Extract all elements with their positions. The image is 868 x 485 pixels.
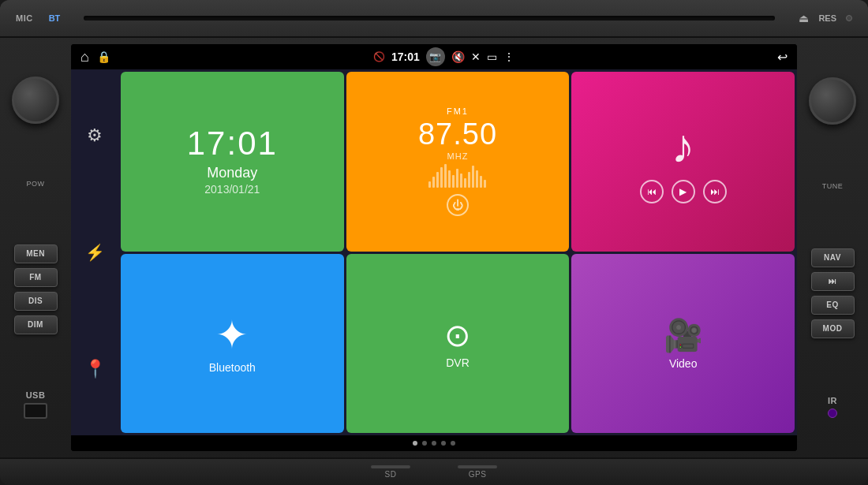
more-icon[interactable]: ⋮: [503, 50, 514, 63]
radio-frequency: 87.50: [418, 118, 497, 151]
sd-button-bar: [371, 465, 410, 468]
cd-slot[interactable]: [84, 16, 775, 21]
usb-label: USB: [26, 390, 46, 400]
play-button[interactable]: ▶: [672, 180, 695, 203]
dot-5[interactable]: [451, 441, 455, 446]
men-button[interactable]: MEN: [14, 244, 58, 263]
left-buttons: MEN FM DIS DIM: [14, 244, 58, 334]
volume-knob[interactable]: [12, 76, 59, 124]
right-panel: TUNE NAV ⏭ EQ MOD IR: [797, 44, 868, 451]
music-note-icon: ♪: [672, 119, 695, 173]
dot-1[interactable]: [413, 441, 417, 446]
status-right: ↩: [777, 50, 788, 65]
video-camera-icon: 🎥: [664, 317, 703, 354]
ir-label: IR: [828, 396, 837, 405]
mic-label: MIC: [16, 13, 33, 23]
status-left: ⌂ 🔒: [80, 49, 110, 65]
status-bar: ⌂ 🔒 🚫 17:01 📷 🔇 ✕ ▭ ⋮ ↩: [71, 44, 797, 69]
res-dot: [846, 15, 852, 21]
dot-4[interactable]: [441, 441, 446, 446]
nav-button[interactable]: NAV: [811, 248, 855, 267]
mod-button[interactable]: MOD: [811, 319, 855, 338]
clock-day: Monday: [207, 165, 257, 181]
sd-label: SD: [385, 470, 397, 479]
car-unit: MIC BT ⏏ RES POW MEN FM DIS: [0, 0, 868, 485]
dot-3[interactable]: [432, 441, 436, 446]
dvr-tile[interactable]: ⊙ DVR: [346, 254, 570, 434]
app-grid: 17:01 Monday 2013/01/21 FM1 87.50 MHZ: [118, 69, 797, 435]
radio-power-icon[interactable]: ⏻: [447, 194, 469, 216]
gps-button[interactable]: GPS: [458, 465, 497, 479]
status-time: 17:01: [391, 50, 420, 63]
tune-label: TUNE: [822, 182, 844, 190]
left-panel: POW MEN FM DIS DIM USB: [0, 44, 71, 451]
bluetooth-tile[interactable]: ✦ Bluetooth: [121, 254, 344, 434]
radio-band: FM1: [447, 106, 469, 116]
radio-unit: MHZ: [447, 151, 469, 161]
status-center: 🚫 17:01 📷 🔇 ✕ ▭ ⋮: [373, 47, 514, 66]
sliders-icon[interactable]: ⚡: [85, 243, 105, 262]
radio-tile[interactable]: FM1 87.50 MHZ: [346, 72, 570, 252]
top-left-labels: MIC BT: [16, 13, 60, 23]
right-buttons: NAV ⏭ EQ MOD: [811, 248, 855, 338]
tune-knob[interactable]: [809, 77, 856, 125]
sd-button[interactable]: SD: [371, 465, 410, 479]
window-icon: ▭: [487, 50, 497, 63]
main-area: POW MEN FM DIS DIM USB: [0, 38, 868, 457]
screen: ⌂ 🔒 🚫 17:01 📷 🔇 ✕ ▭ ⋮ ↩: [71, 44, 797, 451]
location-icon[interactable]: 📍: [84, 359, 106, 379]
dis-button[interactable]: DIS: [14, 292, 58, 311]
dot-2[interactable]: [422, 441, 427, 446]
clock-date: 2013/01/21: [204, 183, 260, 196]
back-icon[interactable]: ↩: [777, 50, 788, 65]
radio-waveform: [428, 164, 486, 188]
bluetooth-icon: ✦: [215, 312, 249, 358]
bluetooth-label: Bluetooth: [209, 361, 256, 374]
dvr-label: DVR: [446, 356, 470, 369]
video-tile[interactable]: 🎥 Video: [571, 254, 795, 434]
rewind-button[interactable]: ⏮: [640, 180, 664, 203]
music-controls: ⏮ ▶ ⏭: [640, 180, 727, 203]
bottom-strip: SD GPS: [0, 457, 868, 485]
clock-tile[interactable]: 17:01 Monday 2013/01/21: [121, 72, 344, 252]
camera-icon: 📷: [426, 47, 445, 66]
speaker-icon: 🔇: [451, 50, 465, 63]
sidebar: ⚙ ⚡ 📍: [71, 69, 118, 435]
eq-button[interactable]: EQ: [811, 296, 855, 315]
screen-body: ⚙ ⚡ 📍 17:01 Monday 2013/01/21 FM1: [71, 69, 797, 435]
skip-forward-button[interactable]: ⏭: [811, 272, 855, 291]
no-signal-icon: 🚫: [373, 51, 385, 62]
usb-port[interactable]: [24, 403, 47, 419]
gps-button-bar: [458, 465, 497, 468]
eject-button[interactable]: ⏏: [799, 12, 809, 24]
settings-icon[interactable]: ⚙: [87, 125, 103, 146]
fm-button[interactable]: FM: [14, 268, 58, 287]
dim-button[interactable]: DIM: [14, 315, 58, 334]
res-label: RES: [818, 13, 836, 23]
top-strip: MIC BT ⏏ RES: [0, 0, 868, 38]
gps-label: GPS: [469, 470, 487, 479]
home-icon[interactable]: ⌂: [80, 49, 89, 65]
video-label: Video: [669, 357, 698, 370]
lock-icon[interactable]: 🔒: [97, 50, 110, 63]
close-icon: ✕: [471, 50, 481, 63]
top-right-buttons: ⏏ RES: [799, 12, 852, 24]
music-tile[interactable]: ♪ ⏮ ▶ ⏭: [571, 72, 795, 252]
ir-indicator: [828, 409, 837, 418]
forward-button[interactable]: ⏭: [703, 180, 727, 203]
dvr-icon: ⊙: [444, 317, 471, 353]
clock-time: 17:01: [187, 127, 278, 160]
bt-label: BT: [49, 13, 61, 23]
pow-label: POW: [27, 180, 45, 188]
dots-indicator: [71, 435, 797, 451]
